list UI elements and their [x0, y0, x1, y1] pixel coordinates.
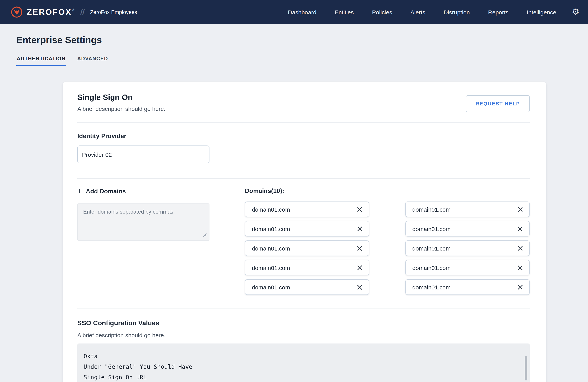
domain-chip: domain01.com: [405, 279, 530, 295]
resize-handle-icon[interactable]: [202, 231, 207, 238]
divider: [77, 178, 530, 179]
code-line: Okta: [84, 351, 518, 362]
sso-config-section: SSO Configuration Values A brief descrip…: [77, 319, 530, 382]
identity-provider-section: Identity Provider Provider 02: [77, 133, 530, 163]
domain-chip: domain01.com: [405, 240, 530, 256]
divider: [77, 308, 530, 309]
zerofox-logo-icon: [11, 6, 22, 18]
remove-domain-button[interactable]: [515, 223, 525, 234]
brand-home-link[interactable]: ZEROFOX®: [11, 6, 74, 18]
domain-chip: domain01.com: [245, 221, 369, 237]
nav-item-intelligence[interactable]: Intelligence: [527, 9, 556, 15]
domain-chip-label: domain01.com: [412, 206, 451, 213]
nav-item-entities[interactable]: Entities: [335, 9, 354, 15]
sso-card-header: Single Sign On A brief description shoul…: [77, 82, 530, 112]
domain-chip-label: domain01.com: [252, 264, 290, 271]
brand-divider-icon: //: [80, 8, 85, 16]
top-navbar: ZEROFOX® // ZeroFox Employees Dashboard …: [0, 0, 588, 24]
sso-config-title: SSO Configuration Values: [77, 319, 530, 327]
sso-config-code-block: Okta Under "General" You Should Have Sin…: [77, 343, 530, 382]
settings-gear-icon[interactable]: ⚙: [572, 8, 579, 16]
nav-item-alerts[interactable]: Alerts: [410, 9, 425, 15]
domain-chip-label: domain01.com: [412, 264, 451, 271]
remove-domain-button[interactable]: [354, 243, 365, 254]
identity-provider-select[interactable]: Provider 02: [77, 145, 210, 163]
domain-chip: domain01.com: [405, 202, 530, 217]
page-title: Enterprise Settings: [16, 35, 588, 45]
sso-card: Single Sign On A brief description shoul…: [63, 82, 546, 382]
nav-item-policies[interactable]: Policies: [372, 9, 392, 15]
domain-chip: domain01.com: [405, 260, 530, 275]
domain-chip-label: domain01.com: [412, 225, 451, 232]
remove-domain-button[interactable]: [515, 262, 525, 273]
code-line: Single Sign On URL: [84, 372, 518, 382]
nav-item-dashboard[interactable]: Dashboard: [288, 9, 316, 15]
brand-wordmark: ZEROFOX: [27, 7, 72, 17]
domain-chip-label: domain01.com: [252, 206, 290, 213]
sso-card-description: A brief description should go here.: [77, 105, 166, 112]
sso-card-title: Single Sign On: [77, 93, 166, 102]
domain-chip: domain01.com: [245, 202, 369, 217]
domains-textarea-wrap: [77, 203, 210, 242]
add-domains-label: Add Domains: [86, 188, 126, 195]
page-body: Enterprise Settings AUTHENTICATION ADVAN…: [0, 35, 588, 66]
divider: [77, 122, 530, 123]
app-viewport: ZEROFOX® // ZeroFox Employees Dashboard …: [0, 0, 588, 382]
domain-chip: domain01.com: [245, 240, 369, 256]
remove-domain-button[interactable]: [515, 282, 525, 292]
domains-section: + Add Domains Domains(1: [77, 187, 530, 295]
domain-chip-label: domain01.com: [252, 245, 290, 251]
code-scrollbar-thumb[interactable]: [525, 356, 527, 381]
domains-input[interactable]: [77, 203, 210, 241]
remove-domain-button[interactable]: [515, 243, 525, 254]
tab-authentication[interactable]: AUTHENTICATION: [16, 56, 66, 66]
domains-count-label: Domains(10):: [245, 187, 530, 195]
settings-tabs: AUTHENTICATION ADVANCED: [16, 56, 588, 66]
domain-chip-label: domain01.com: [412, 284, 451, 290]
domain-chip-label: domain01.com: [252, 225, 290, 232]
remove-domain-button[interactable]: [354, 204, 365, 215]
tab-advanced[interactable]: ADVANCED: [77, 56, 108, 66]
add-domains-button[interactable]: + Add Domains: [77, 187, 210, 195]
request-help-button[interactable]: REQUEST HELP: [466, 95, 530, 112]
domain-chip: domain01.com: [245, 279, 369, 295]
remove-domain-button[interactable]: [354, 223, 365, 234]
plus-icon: +: [77, 187, 82, 195]
main-nav: Dashboard Entities Policies Alerts Disru…: [288, 9, 556, 15]
identity-provider-label: Identity Provider: [77, 133, 530, 140]
remove-domain-button[interactable]: [354, 282, 365, 292]
nav-item-disruption[interactable]: Disruption: [444, 9, 470, 15]
remove-domain-button[interactable]: [354, 262, 365, 273]
domains-grid: domain01.com domain01.com domain01.com: [245, 202, 530, 295]
domain-chip: domain01.com: [405, 221, 530, 237]
org-name: ZeroFox Employees: [90, 9, 137, 15]
sso-card-heading-block: Single Sign On A brief description shoul…: [77, 93, 166, 112]
domain-chip: domain01.com: [245, 260, 369, 275]
sso-config-description: A brief description should go here.: [77, 332, 530, 338]
domains-list-column: Domains(10): domain01.com domain01.com d…: [245, 187, 530, 295]
remove-domain-button[interactable]: [515, 204, 525, 215]
nav-item-reports[interactable]: Reports: [488, 9, 508, 15]
add-domains-column: + Add Domains: [77, 187, 210, 295]
domain-chip-label: domain01.com: [412, 245, 451, 251]
registered-trademark: ®: [72, 8, 74, 11]
code-line: Under "General" You Should Have: [84, 362, 518, 372]
domain-chip-label: domain01.com: [252, 284, 290, 290]
